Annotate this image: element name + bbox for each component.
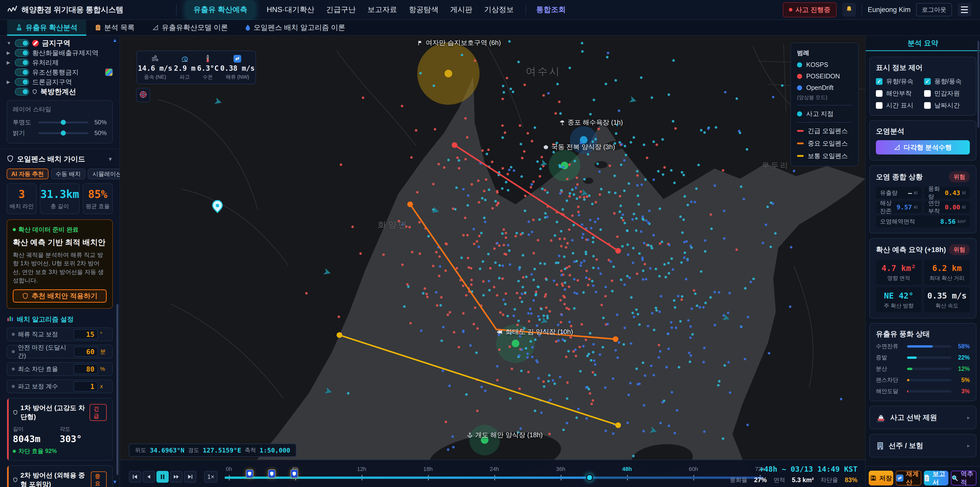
mode-button-AI 자동 추천[interactable]: AI 자동 추천 (6, 169, 48, 179)
setting-input[interactable]: 80 (73, 364, 98, 374)
chevron-down-icon[interactable]: ▼ (108, 156, 113, 162)
fence-endpoint[interactable] (337, 332, 342, 338)
polygon-analysis-button[interactable]: 다각형 분석수행 (876, 140, 970, 155)
nav-item-게시판[interactable]: 게시판 (450, 5, 473, 15)
scroll-up-icon[interactable]: ▲ (112, 37, 118, 43)
nav-item-기상정보[interactable]: 기상정보 (484, 5, 514, 15)
checkbox-icon[interactable] (876, 90, 883, 97)
pause-button[interactable] (156, 471, 169, 483)
zone-center-dot[interactable] (561, 162, 568, 169)
incident-status-badge[interactable]: 사고 진행중 (783, 2, 837, 18)
efficiency-label: 차단 효율 92% (18, 447, 57, 455)
fast-forward-button[interactable] (170, 471, 183, 483)
expander-icon[interactable]: ▼ (6, 41, 12, 46)
slider-track[interactable] (38, 121, 88, 123)
site-label[interactable]: 개도 해안 양식장 (18h) (467, 431, 542, 439)
action-button-보고서[interactable]: 보고서 (924, 471, 948, 485)
checkbox-민감자원[interactable]: 민감자원 (924, 89, 970, 97)
speed-button[interactable]: 1× (204, 471, 218, 483)
status-key: 풍화율 (730, 476, 748, 484)
expander-icon[interactable]: ▶ (6, 50, 12, 56)
logout-button[interactable]: 로그아웃 (916, 3, 952, 16)
sidebar-scrollbar[interactable] (116, 304, 118, 475)
metric-unit: km² (958, 219, 966, 224)
action-button-역추적[interactable]: 역추적 (951, 471, 977, 485)
setting-input[interactable]: 15 (73, 329, 98, 339)
layer-toggle[interactable] (15, 39, 29, 47)
skip-start-button[interactable] (129, 471, 141, 483)
tab-유출유확산모델 이론[interactable]: 유출유확산모델 이론 (143, 20, 237, 35)
checkbox-풍향/풍속[interactable]: ✓풍향/풍속 (924, 77, 970, 86)
layer-toggle[interactable] (15, 78, 29, 86)
layer-toggle[interactable] (15, 69, 29, 76)
layer-style-icon[interactable] (105, 69, 113, 76)
layer-toggle[interactable] (15, 59, 29, 66)
expander-icon[interactable]: ▶ (6, 79, 12, 85)
checkbox-icon[interactable] (876, 102, 883, 109)
fence-endpoint[interactable] (613, 336, 618, 342)
oil-fence-line[interactable] (410, 204, 616, 339)
checkbox-날짜시간[interactable]: 날짜시간 (924, 101, 970, 110)
notifications-button[interactable] (842, 3, 856, 17)
tab-오일펜스 배치 알고리즘 이론[interactable]: 오일펜스 배치 알고리즘 이론 (237, 20, 354, 35)
collapsed-card-사고 선박 제원[interactable]: 사고 선박 제원▸ (869, 406, 977, 429)
checkbox-label: 민감자원 (934, 89, 960, 97)
collapsed-card-선주 / 보험[interactable]: 선주 / 보험▸ (869, 434, 977, 457)
fence-guide-header[interactable]: 오일펜스 배치 가이드 ▼ (6, 154, 113, 164)
nav-item-유출유 확산예측[interactable]: 유출유 확산예측 (186, 0, 255, 19)
site-label[interactable]: 여자만 습지보호구역 (6h) (417, 38, 501, 47)
bar-percent: 12% (955, 366, 970, 372)
site-label[interactable]: 화태도 김 양식장 (10h) (496, 327, 573, 336)
zone-center-dot[interactable] (445, 70, 452, 77)
accident-pin-icon[interactable] (213, 200, 222, 212)
fence-endpoint[interactable] (407, 201, 413, 207)
timeline-thumb[interactable] (586, 474, 593, 481)
mode-button-수동 배치[interactable]: 수동 배치 (51, 169, 85, 179)
oil-fence-line[interactable] (339, 335, 618, 425)
setting-input[interactable]: 1 (73, 381, 98, 391)
recenter-button[interactable] (136, 88, 150, 102)
fence-deploy-marker[interactable] (246, 469, 253, 478)
layer-toggle[interactable] (15, 88, 29, 96)
site-label[interactable]: 국동 전복 양식장 (3h) (543, 142, 615, 152)
fence-deploy-marker[interactable] (290, 469, 298, 478)
tab-분석 목록[interactable]: 분석 목록 (86, 20, 143, 35)
slider-track[interactable] (38, 132, 88, 134)
metric-value: 0.43 (945, 189, 960, 196)
step-back-button[interactable] (143, 471, 155, 483)
checkbox-유향/유속[interactable]: ✓유향/유속 (876, 77, 921, 86)
site-label[interactable]: 종포 해수욕장 (1h) (559, 118, 623, 127)
apply-plan-button[interactable]: 추천 배치안 적용하기 (13, 289, 107, 303)
sidebar-scrollbar[interactable] (977, 41, 979, 128)
scroll-down-icon[interactable]: ▼ (112, 479, 118, 485)
setting-input[interactable]: 60 (74, 346, 98, 357)
checkbox-해안부착[interactable]: 해안부착 (876, 89, 921, 97)
checkbox-icon[interactable]: ✓ (924, 78, 931, 85)
zone-center-dot[interactable] (512, 340, 519, 347)
fence-deploy-marker[interactable] (268, 469, 275, 478)
action-button-재계산[interactable]: 재계산 (896, 471, 921, 485)
nav-item-항공탐색[interactable]: 항공탐색 (409, 5, 438, 15)
nav-item-통합조회[interactable]: 통합조회 (525, 5, 566, 15)
slider-knob[interactable] (61, 131, 66, 136)
nav-item-긴급구난[interactable]: 긴급구난 (326, 5, 356, 15)
nav-item-HNS·대기확산[interactable]: HNS·대기확산 (267, 5, 314, 15)
checkbox-시간 표시[interactable]: 시간 표시 (876, 101, 921, 110)
menu-button[interactable] (958, 3, 971, 17)
fence-endpoint[interactable] (615, 248, 621, 254)
checkbox-icon[interactable]: ✓ (876, 78, 883, 85)
tab-유출유 확산분석[interactable]: 유출유 확산분석 (7, 20, 86, 35)
checkbox-icon[interactable] (924, 90, 931, 97)
fence-endpoint[interactable] (615, 422, 621, 428)
slider-knob[interactable] (61, 120, 66, 125)
action-button-저장[interactable]: 저장 (869, 471, 893, 485)
expander-icon[interactable]: ▶ (6, 60, 12, 65)
skip-end-button[interactable] (184, 471, 196, 483)
fence-endpoint[interactable] (452, 142, 457, 148)
layer-toggle[interactable] (15, 49, 29, 57)
map-canvas[interactable]: 여수시화양면우두리여자만 습지보호구역 (6h)종포 해수욕장 (1h)국동 전… (120, 36, 865, 487)
legend-label: 긴급 오일펜스 (808, 127, 848, 135)
layer-style-panel: 레이어 스타일 투명도50%밝기50% (6, 100, 113, 144)
checkbox-icon[interactable] (924, 102, 931, 109)
nav-item-보고자료[interactable]: 보고자료 (368, 5, 397, 15)
